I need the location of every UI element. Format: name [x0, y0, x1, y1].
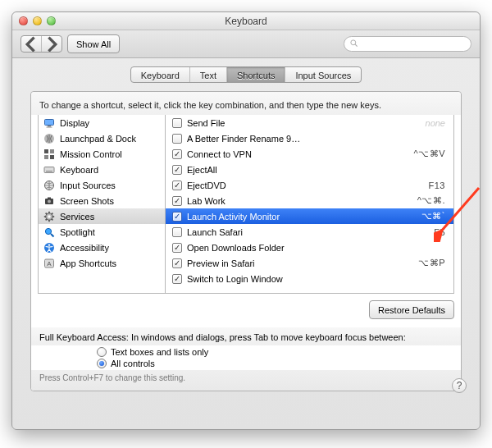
service-name: Connect to VPN [187, 149, 409, 159]
service-name: Launch Safari [187, 227, 429, 237]
category-spotlight[interactable]: Spotlight [39, 224, 165, 240]
service-checkbox[interactable] [172, 149, 182, 159]
service-checkbox[interactable] [172, 196, 182, 206]
service-checkbox[interactable] [172, 165, 182, 175]
svg-rect-9 [50, 155, 54, 159]
service-checkbox[interactable] [172, 181, 182, 190]
fka-option-textboxes[interactable]: Text boxes and lists only [97, 347, 461, 357]
back-button[interactable] [21, 36, 41, 52]
service-row[interactable]: Switch to Login Window [166, 271, 453, 286]
category-label: Display [60, 118, 89, 128]
prefs-window: Keyboard Show All KeyboardTextShortcutsI… [11, 11, 481, 430]
service-row[interactable]: Connect to VPN^⌥⌘V [166, 146, 453, 162]
category-mission-control[interactable]: Mission Control [39, 146, 165, 162]
category-launchpad-dock[interactable]: Launchpad & Dock [39, 130, 165, 146]
category-keyboard[interactable]: Keyboard [39, 162, 165, 177]
category-list[interactable]: DisplayLaunchpad & DockMission ControlKe… [38, 115, 166, 294]
service-checkbox[interactable] [172, 258, 182, 268]
svg-line-25 [46, 218, 48, 220]
svg-line-23 [52, 218, 53, 220]
category-display[interactable]: Display [39, 115, 165, 130]
service-row[interactable]: Open Downloads Folder [166, 240, 453, 255]
category-label: Screen Shots [60, 196, 114, 206]
service-row[interactable]: Send Filenone [166, 115, 453, 130]
service-checkbox[interactable] [172, 212, 182, 222]
shortcut-value[interactable]: ⌥⌘` [421, 211, 449, 222]
accessibility-icon [43, 242, 55, 254]
instruction-text: To change a shortcut, select it, click t… [31, 92, 461, 115]
shortcut-value[interactable]: F13 [429, 181, 449, 190]
service-name: Lab Work [187, 196, 412, 206]
svg-rect-2 [45, 119, 54, 125]
shortcut-value[interactable]: ^⌥⌘. [417, 195, 449, 206]
service-name: A Better Finder Rename 9… [187, 134, 449, 144]
svg-point-29 [48, 244, 50, 245]
service-row[interactable]: EjectDVDF13 [166, 177, 453, 193]
category-label: Launchpad & Dock [60, 134, 136, 144]
service-row[interactable]: A Better Finder Rename 9… [166, 130, 453, 146]
svg-rect-15 [48, 197, 51, 199]
service-name: EjectAll [187, 165, 449, 175]
app-shortcuts-icon: A [43, 258, 55, 269]
tab-shortcuts[interactable]: Shortcuts [226, 67, 285, 82]
svg-rect-6 [44, 149, 48, 153]
help-button[interactable]: ? [452, 378, 467, 393]
service-name: Launch Activity Monitor [187, 212, 417, 222]
service-name: Send File [187, 118, 421, 128]
category-label: Spotlight [60, 227, 95, 237]
service-row[interactable]: Launch SafariF5 [166, 224, 453, 240]
fka-hint: Press Control+F7 to change this setting. [31, 370, 461, 391]
category-screen-shots[interactable]: Screen Shots [39, 193, 165, 208]
restore-defaults-button[interactable]: Restore Defaults [369, 300, 454, 319]
category-label: App Shortcuts [60, 258, 116, 268]
category-input-sources[interactable]: Input Sources [39, 177, 165, 193]
service-checkbox[interactable] [172, 134, 182, 144]
svg-point-26 [45, 228, 51, 234]
minimize-icon[interactable] [33, 16, 42, 25]
screenshots-icon [43, 195, 55, 207]
full-keyboard-access-options: Text boxes and lists only All controls [31, 345, 461, 370]
category-label: Input Sources [60, 181, 116, 190]
svg-point-14 [48, 199, 51, 203]
svg-line-27 [51, 234, 54, 237]
close-icon[interactable] [19, 16, 28, 25]
shortcut-value[interactable]: ⌥⌘P [418, 258, 449, 268]
service-row[interactable]: Launch Activity Monitor⌥⌘` [166, 208, 453, 224]
service-checkbox[interactable] [172, 243, 182, 253]
svg-rect-11 [46, 171, 52, 171]
tab-input-sources[interactable]: Input Sources [285, 67, 361, 82]
tab-text[interactable]: Text [189, 67, 226, 82]
service-row[interactable]: Preview in Safari⌥⌘P [166, 255, 453, 271]
category-label: Services [60, 212, 94, 222]
search-field[interactable] [344, 36, 472, 52]
shortcuts-pane: To change a shortcut, select it, click t… [30, 91, 462, 391]
fka-radio-2[interactable] [97, 359, 107, 368]
spotlight-icon [43, 226, 55, 238]
tab-bar: KeyboardTextShortcutsInput Sources [30, 66, 462, 83]
category-app-shortcuts[interactable]: AApp Shortcuts [39, 255, 165, 271]
service-checkbox[interactable] [172, 274, 182, 284]
service-row[interactable]: Lab Work^⌥⌘. [166, 193, 453, 208]
shortcuts-list[interactable]: Send FilenoneA Better Finder Rename 9…Co… [166, 115, 454, 294]
window-title: Keyboard [225, 16, 266, 27]
nav-segmented [20, 35, 62, 53]
fka-option-all[interactable]: All controls [97, 359, 461, 368]
category-label: Accessibility [60, 243, 109, 253]
category-accessibility[interactable]: Accessibility [39, 240, 165, 255]
service-checkbox[interactable] [172, 118, 182, 128]
svg-rect-10 [44, 167, 54, 172]
tab-keyboard[interactable]: Keyboard [131, 67, 189, 82]
shortcut-value[interactable]: ^⌥⌘V [414, 149, 449, 159]
search-input[interactable] [362, 39, 466, 49]
search-icon [349, 39, 358, 49]
zoom-icon[interactable] [47, 16, 56, 25]
show-all-button[interactable]: Show All [67, 34, 120, 53]
shortcut-value[interactable]: F5 [434, 227, 449, 237]
service-checkbox[interactable] [172, 227, 182, 237]
forward-button[interactable] [41, 36, 61, 52]
shortcut-none: none [426, 118, 449, 128]
gear-icon [43, 211, 55, 222]
service-row[interactable]: EjectAll [166, 162, 453, 177]
fka-radio-1[interactable] [97, 347, 107, 357]
category-services[interactable]: Services [39, 208, 165, 224]
